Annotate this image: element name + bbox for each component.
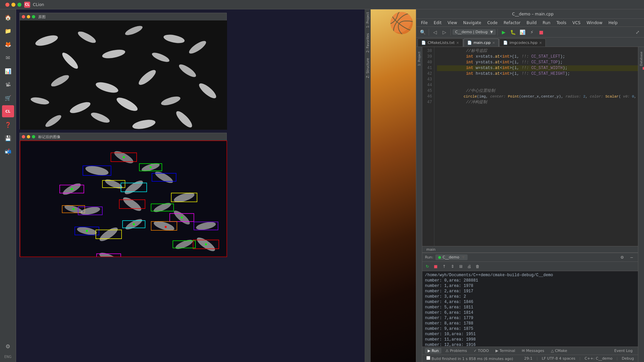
menu-build[interactable]: Build	[524, 20, 539, 26]
window-controls[interactable]	[5, 3, 21, 7]
sidebar-icon-firefox[interactable]: 🦊	[2, 38, 14, 50]
toolbar-stop-btn[interactable]: ■	[537, 28, 546, 37]
img2-max-btn[interactable]	[32, 135, 35, 138]
line-num-38: 38	[422, 48, 432, 54]
tab-bar: 📄 CMakeLists.txt × 📄 main.cpp × 📄 imgcod…	[416, 38, 644, 47]
run-print-btn[interactable]: 🖨	[466, 263, 473, 270]
img2-min-btn[interactable]	[27, 135, 30, 138]
menu-bar: File Edit View Navigate Code Refactor Bu…	[416, 19, 644, 27]
run-settings-btn[interactable]: ⚙	[619, 254, 626, 261]
run-scroll-top[interactable]: ↑	[440, 263, 448, 270]
tab-imgcodecs-close[interactable]: ×	[539, 41, 542, 45]
menu-vcs[interactable]: VCS	[570, 20, 583, 26]
run-stop-btn[interactable]: ■	[432, 263, 439, 270]
run-rerun-btn[interactable]: ↻	[424, 263, 431, 270]
menu-help[interactable]: Help	[606, 20, 620, 26]
code-line-39: int x=stats.at<int>(i, !!: CC_STAT_LEFT)…	[437, 54, 638, 60]
maximize-button[interactable]	[17, 3, 21, 7]
toolbar-config[interactable]: C__demo | Debug ▼	[452, 29, 496, 35]
menu-window[interactable]: Window	[584, 20, 605, 26]
right-panel-inner: 38 39 40 41 42 43 44 45 46 47 //标号追踪	[422, 47, 638, 362]
img2-close-btn[interactable]	[22, 135, 25, 138]
lang-indicator: ENG	[3, 354, 13, 360]
top-image-window: 原图	[19, 13, 227, 129]
tab-terminal[interactable]: ▶ Terminal	[493, 348, 518, 354]
run-header: Run: ● C__demo ▼ ⚙ −	[422, 253, 638, 262]
tab-problems[interactable]: ⚠ Problems	[443, 348, 470, 354]
output-line: number: 7,area: 1779	[425, 315, 635, 321]
tab-cmakelists-close[interactable]: ×	[456, 41, 459, 45]
tab-messages[interactable]: ✉ Messages	[519, 348, 547, 354]
strip-favorites[interactable]: 2: Favorites	[365, 31, 371, 55]
output-line: number: 6,area: 1814	[425, 310, 635, 315]
sidebar-icon-mail[interactable]: ✉	[2, 52, 14, 64]
menu-view[interactable]: View	[445, 20, 460, 26]
code-content[interactable]: //标号追踪 int x=stats.at<int>(i, !!: CC_STA…	[434, 47, 638, 246]
tab-imgcodecs[interactable]: 📄 imgcodecs.hpp ×	[499, 39, 546, 47]
status-build: Build finished in 1 s 858 ms (6 minutes …	[425, 356, 515, 361]
toolbar-run-btn[interactable]: ▶	[499, 28, 508, 37]
tab-cmake[interactable]: △ CMake	[548, 348, 570, 354]
sidebar-icon-calc[interactable]: 📊	[2, 65, 14, 77]
tab-main-cpp[interactable]: 📄 main.cpp ×	[464, 39, 499, 47]
strip-project[interactable]: 1: Project	[365, 9, 371, 31]
toolbar-back[interactable]: ◁	[431, 28, 439, 37]
tab-cmakelists[interactable]: 📄 CMakeLists.txt ×	[418, 39, 463, 47]
run-filter-btn[interactable]: ⊞	[457, 263, 465, 270]
toolbar-search[interactable]: 🔍	[418, 28, 427, 37]
line-num-45: 45	[422, 88, 432, 94]
close-button[interactable]	[5, 3, 9, 7]
img-max-btn[interactable]	[32, 15, 35, 18]
tab-main-close[interactable]: ×	[492, 41, 495, 45]
output-line: number: 12,area: 1916	[425, 342, 635, 347]
line-num-39: 39	[422, 54, 432, 60]
run-output[interactable]: /home/wyh/Documents/C++demo/cmake-build-…	[422, 271, 638, 347]
code-line-44	[437, 82, 638, 88]
toolbar-debug-btn[interactable]: 🐛	[509, 28, 518, 37]
sidebar-icon-home[interactable]: 🏠	[2, 11, 14, 23]
output-line: number: 3,area: 2	[425, 294, 635, 299]
sidebar-icon-amazon[interactable]: 🛒	[2, 92, 14, 104]
tab-todo[interactable]: ✓ TODO	[471, 348, 491, 354]
menu-edit[interactable]: Edit	[431, 20, 444, 26]
sidebar-icon-storage[interactable]: 💾	[2, 132, 14, 144]
run-close-btn[interactable]: −	[628, 254, 635, 261]
tab-eventlog[interactable]: Event Log	[611, 348, 635, 354]
main-layout: 🏠 📁 🦊 ✉ 📊 📽 🛒 CL ❓ 💾 📬 ⚙ ENG 🏀 原图	[0, 9, 644, 362]
toolbar-sep3	[497, 29, 498, 36]
bottom-image-title: 标记后的图像	[38, 134, 60, 139]
run-config-tab[interactable]: ● C__demo ▼	[435, 254, 468, 260]
toolbar-coverage-btn[interactable]: 📊	[518, 28, 527, 37]
sidebar-icon-help[interactable]: ❓	[2, 119, 14, 131]
menu-code[interactable]: Code	[485, 20, 500, 26]
sidebar-icon-clion[interactable]: CL	[2, 105, 14, 117]
db-strip-label: Database	[640, 50, 643, 67]
code-line-43	[437, 77, 638, 82]
strip-structure[interactable]: Z: Structure	[365, 55, 371, 81]
run-config-expand[interactable]: ▼	[462, 255, 465, 259]
img-min-btn[interactable]	[27, 15, 30, 18]
top-image-titlebar: 原图	[20, 13, 226, 20]
menu-refactor[interactable]: Refactor	[501, 20, 523, 26]
toolbar-profile-btn[interactable]: ⚡	[528, 28, 536, 37]
toolbar-forward[interactable]: ▷	[440, 28, 449, 37]
toolbar-sep1	[429, 29, 429, 36]
menu-file[interactable]: File	[418, 20, 430, 26]
sidebar-icon-settings[interactable]: ⚙	[2, 340, 14, 352]
run-trash-btn[interactable]: 🗑	[474, 263, 481, 270]
menu-tools[interactable]: Tools	[554, 20, 569, 26]
tab-main-label: main.cpp	[474, 41, 491, 45]
sidebar-icon-mail2[interactable]: 📬	[2, 145, 14, 158]
menu-run[interactable]: Run	[540, 20, 553, 26]
menu-navigate[interactable]: Navigate	[461, 20, 484, 26]
toolbar-expand[interactable]: ⤢	[633, 28, 642, 37]
project-strip: 1: Project	[416, 47, 422, 362]
tab-run[interactable]: ▶ Run	[425, 348, 441, 354]
img-close-btn[interactable]	[22, 15, 25, 18]
build-checkbox[interactable]	[426, 356, 430, 360]
run-config-name: C__demo	[442, 255, 459, 259]
run-scroll-btn[interactable]: ⇕	[449, 263, 456, 270]
sidebar-icon-files[interactable]: 📁	[2, 25, 14, 37]
sidebar-icon-impress[interactable]: 📽	[2, 78, 14, 90]
minimize-button[interactable]	[11, 3, 15, 7]
